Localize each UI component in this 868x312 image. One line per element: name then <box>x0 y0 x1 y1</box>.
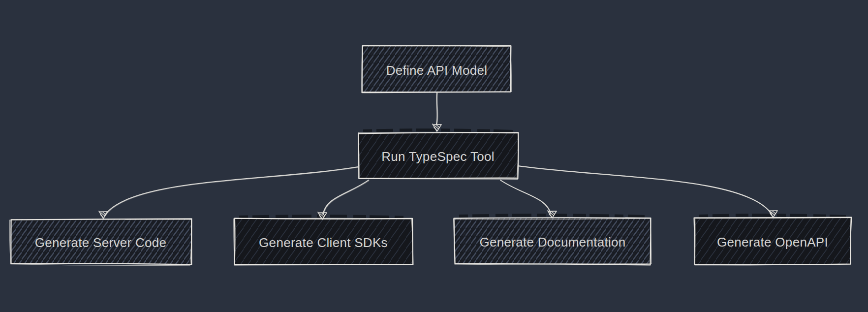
flow-node-generate-documentation: Generate Documentation <box>454 215 651 265</box>
node-label: Define API Model <box>386 63 488 78</box>
flow-node-generate-server-code: Generate Server Code <box>9 218 192 266</box>
node-label: Generate Documentation <box>479 235 625 250</box>
edge-B-E <box>500 180 552 216</box>
arrowhead-B-C <box>99 211 108 218</box>
edge-B-F <box>518 166 772 215</box>
node-label: Run TypeSpec Tool <box>381 149 495 164</box>
node-label: Generate OpenAPI <box>717 235 828 250</box>
diagram-canvas: Define API ModelRun TypeSpec ToolGenerat… <box>0 0 868 312</box>
flow-node-generate-openapi: Generate OpenAPI <box>694 215 852 265</box>
flow-node-run-typespec-tool: Run TypeSpec Tool <box>358 130 519 179</box>
flow-node-define-api-model: Define API Model <box>362 45 512 93</box>
edge-B-D <box>323 180 369 217</box>
flow-node-generate-client-sdks: Generate Client SDKs <box>234 216 413 265</box>
node-label: Generate Server Code <box>35 235 167 250</box>
flowchart-svg: Define API ModelRun TypeSpec ToolGenerat… <box>0 0 868 312</box>
hatch-overshoot-scribble <box>459 215 646 217</box>
edge-A-B <box>436 93 438 125</box>
node-label: Generate Client SDKs <box>259 235 388 250</box>
edge-B-C <box>105 167 359 216</box>
